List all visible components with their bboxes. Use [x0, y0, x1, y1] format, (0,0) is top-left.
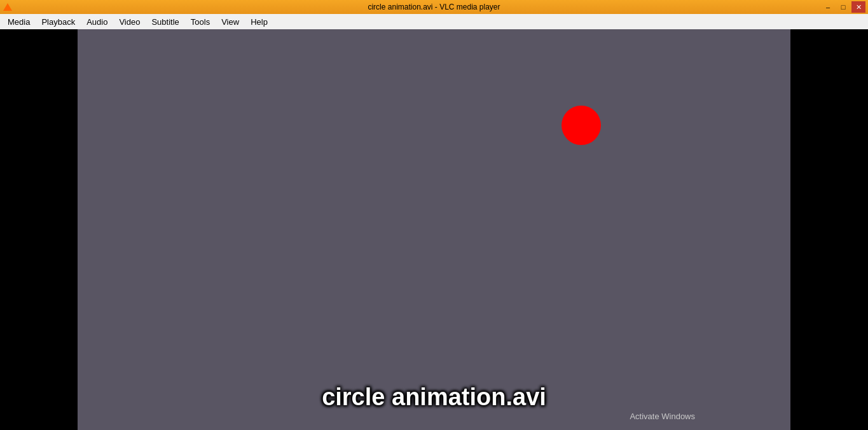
menu-item-help[interactable]: Help: [245, 15, 273, 29]
title-bar: circle animation.avi - VLC media player …: [0, 0, 868, 14]
menu-item-video[interactable]: Video: [114, 15, 145, 29]
maximize-button[interactable]: □: [836, 1, 850, 13]
menu-item-subtitle[interactable]: Subtitle: [146, 15, 184, 29]
title-bar-left: [3, 2, 13, 12]
window-title: circle animation.avi - VLC media player: [368, 3, 500, 11]
menu-item-tools[interactable]: Tools: [186, 15, 215, 29]
left-letterbox: [0, 29, 78, 430]
menu-item-playback[interactable]: Playback: [36, 15, 80, 29]
menu-item-view[interactable]: View: [216, 15, 244, 29]
menu-item-audio[interactable]: Audio: [81, 15, 113, 29]
menu-bar: Media Playback Audio Video Subtitle Tool…: [0, 14, 868, 29]
right-letterbox: [790, 29, 868, 430]
menu-item-media[interactable]: Media: [3, 15, 35, 29]
video-area[interactable]: circle animation.avi Activate Windows: [78, 29, 790, 430]
animated-circle: [561, 106, 601, 145]
activate-windows-watermark: Activate Windows: [630, 412, 695, 421]
close-button[interactable]: ✕: [851, 1, 865, 13]
video-container: circle animation.avi Activate Windows: [0, 29, 868, 430]
vlc-cone-icon: [3, 3, 12, 11]
window-controls: – □ ✕: [821, 1, 865, 13]
vlc-icon: [3, 2, 13, 12]
minimize-button[interactable]: –: [821, 1, 835, 13]
video-overlay-text: circle animation.avi: [322, 384, 546, 411]
